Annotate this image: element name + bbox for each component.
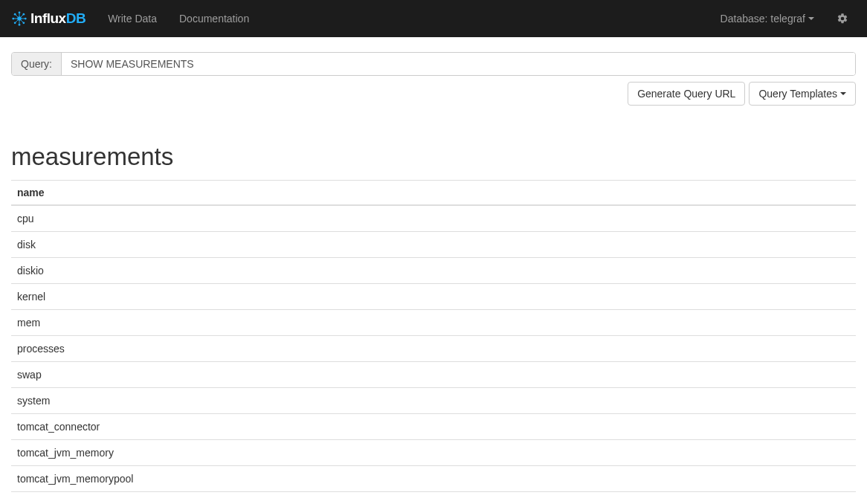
- table-row: tomcat_jvm_memory: [11, 440, 856, 466]
- content: Query: Generate Query URL Query Template…: [0, 37, 867, 492]
- navbar: InfluxDB Write Data Documentation Databa…: [0, 0, 867, 37]
- caret-down-icon: [808, 17, 814, 20]
- results-title: measurements: [11, 143, 856, 171]
- table-cell: tomcat_connector: [11, 414, 856, 440]
- gear-icon: [837, 13, 848, 25]
- nav-link-documentation[interactable]: Documentation: [168, 1, 260, 36]
- table-row: tomcat_connector: [11, 414, 856, 440]
- nav-right: Database: telegraf: [709, 1, 856, 36]
- table-cell: processes: [11, 336, 856, 362]
- query-templates-button[interactable]: Query Templates: [749, 82, 856, 106]
- brand-text: InfluxDB: [30, 10, 86, 27]
- table-row: cpu: [11, 205, 856, 232]
- svg-line-13: [15, 14, 19, 19]
- table-cell: diskio: [11, 258, 856, 284]
- table-row: tomcat_jvm_memorypool: [11, 466, 856, 492]
- results-table: name cpudiskdiskiokernelmemprocessesswap…: [11, 180, 856, 492]
- action-buttons: Generate Query URL Query Templates: [11, 82, 856, 106]
- table-cell: tomcat_jvm_memory: [11, 440, 856, 466]
- table-cell: kernel: [11, 284, 856, 310]
- nav-link-write-data[interactable]: Write Data: [97, 1, 168, 36]
- table-cell: mem: [11, 310, 856, 336]
- table-row: mem: [11, 310, 856, 336]
- table-cell: system: [11, 388, 856, 414]
- table-row: system: [11, 388, 856, 414]
- svg-line-16: [19, 14, 24, 19]
- query-bar: Query:: [11, 52, 856, 76]
- query-templates-label: Query Templates: [758, 88, 837, 100]
- table-cell: cpu: [11, 205, 856, 232]
- table-cell: swap: [11, 362, 856, 388]
- caret-down-icon: [840, 92, 846, 95]
- query-label: Query:: [12, 53, 62, 75]
- nav-left: Write Data Documentation: [97, 1, 260, 36]
- table-row: processes: [11, 336, 856, 362]
- table-row: swap: [11, 362, 856, 388]
- table-row: disk: [11, 232, 856, 258]
- brand[interactable]: InfluxDB: [11, 10, 97, 27]
- query-input[interactable]: [62, 53, 855, 75]
- database-label: Database: telegraf: [721, 13, 805, 25]
- column-header-name: name: [11, 181, 856, 206]
- table-cell: tomcat_jvm_memorypool: [11, 466, 856, 492]
- influxdb-logo-icon: [11, 10, 28, 27]
- svg-line-14: [19, 19, 24, 23]
- table-cell: disk: [11, 232, 856, 258]
- database-selector[interactable]: Database: telegraf: [709, 1, 825, 36]
- settings-button[interactable]: [825, 1, 856, 36]
- svg-line-15: [15, 19, 19, 23]
- results: measurements name cpudiskdiskiokernelmem…: [11, 143, 856, 492]
- generate-query-url-button[interactable]: Generate Query URL: [628, 82, 745, 106]
- table-row: diskio: [11, 258, 856, 284]
- table-row: kernel: [11, 284, 856, 310]
